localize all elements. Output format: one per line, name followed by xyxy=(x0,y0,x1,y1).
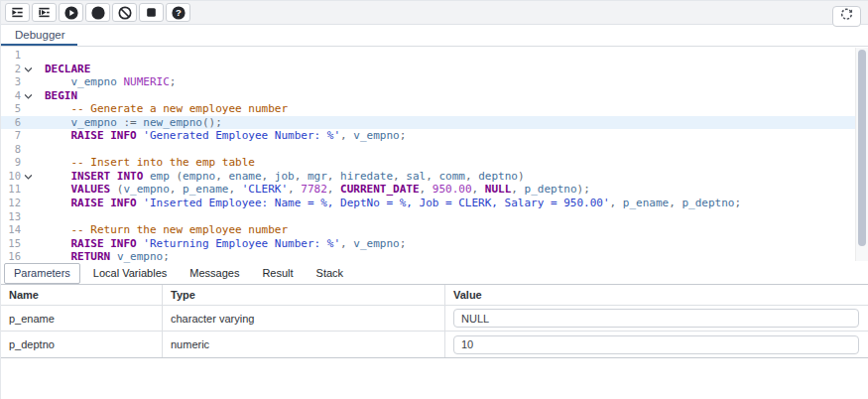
code-line-2[interactable]: 2DECLARE xyxy=(1,63,868,76)
param-value-input[interactable] xyxy=(453,309,859,328)
param-name-cell: p_deptno xyxy=(1,332,163,357)
code-line-9[interactable]: 9 -- Insert into the emp table xyxy=(1,156,868,170)
code-text: RETURN v_empno; xyxy=(36,250,170,263)
step-over-button[interactable] xyxy=(32,3,57,22)
fold-gutter-empty xyxy=(21,143,36,157)
code-editor[interactable]: 12DECLARE3 v_empno NUMERIC;4BEGIN5 -- Ge… xyxy=(1,47,868,263)
table-row: p_enamecharacter varying xyxy=(1,306,868,332)
play-circle-icon xyxy=(63,5,79,21)
line-number[interactable]: 9 xyxy=(1,156,21,170)
continue-button[interactable] xyxy=(59,3,83,22)
stop-button[interactable] xyxy=(139,3,164,22)
param-type-cell: character varying xyxy=(163,306,445,331)
code-text: DECLARE xyxy=(36,63,90,76)
column-header-type: Type xyxy=(163,285,445,305)
param-name-cell: p_ename xyxy=(1,306,163,331)
fold-gutter-empty xyxy=(21,210,36,224)
step-into-button[interactable] xyxy=(5,3,30,22)
line-number[interactable]: 13 xyxy=(1,210,21,224)
step-over-icon xyxy=(37,5,52,20)
tab-debugger[interactable]: Debugger xyxy=(1,25,77,46)
fold-gutter-empty xyxy=(21,223,36,237)
line-number[interactable]: 15 xyxy=(1,237,21,251)
debugger-toolbar: ? xyxy=(1,1,868,25)
code-text: INSERT INTO emp (empno, ename, job, mgr,… xyxy=(36,170,525,184)
fold-gutter-empty xyxy=(21,237,36,251)
chevron-down-icon[interactable] xyxy=(21,89,36,103)
editor-scrollbar[interactable] xyxy=(855,48,868,261)
parameters-table: NameTypeValue p_enamecharacter varyingp_… xyxy=(1,284,868,358)
fold-gutter-empty xyxy=(21,102,36,116)
tab-debugger-label: Debugger xyxy=(15,29,65,41)
code-line-8[interactable]: 8 xyxy=(1,143,868,157)
line-number[interactable]: 7 xyxy=(1,129,21,143)
panel-tab-parameters[interactable]: Parameters xyxy=(4,263,80,284)
line-number[interactable]: 1 xyxy=(1,49,21,63)
fold-gutter-empty xyxy=(21,129,36,143)
chevron-down-icon[interactable] xyxy=(21,170,36,184)
column-header-value: Value xyxy=(445,285,868,305)
code-line-14[interactable]: 14 -- Return the new employee number xyxy=(1,223,868,237)
line-number[interactable]: 12 xyxy=(1,197,21,210)
code-line-5[interactable]: 5 -- Generate a new employee number xyxy=(1,102,868,116)
fold-gutter-empty xyxy=(21,197,36,210)
line-number[interactable]: 14 xyxy=(1,223,21,237)
code-line-13[interactable]: 13 xyxy=(1,210,868,224)
refresh-icon xyxy=(839,7,854,26)
code-line-10[interactable]: 10 INSERT INTO emp (empno, ename, job, m… xyxy=(1,170,868,184)
table-row: p_deptnonumeric xyxy=(1,332,868,357)
line-number[interactable]: 10 xyxy=(1,170,21,184)
line-number[interactable]: 4 xyxy=(1,89,21,103)
document-tab-bar: Debugger xyxy=(1,25,868,47)
panel-tab-stack[interactable]: Stack xyxy=(307,263,354,284)
code-text xyxy=(36,210,45,224)
code-area: 12DECLARE3 v_empno NUMERIC;4BEGIN5 -- Ge… xyxy=(1,47,868,263)
help-button[interactable]: ? xyxy=(166,3,190,22)
line-number[interactable]: 6 xyxy=(1,116,21,130)
fold-gutter-empty xyxy=(21,183,36,197)
line-number[interactable]: 2 xyxy=(1,63,21,76)
code-text: v_empno NUMERIC; xyxy=(36,75,176,89)
refresh-button[interactable] xyxy=(832,6,861,27)
help-circle-icon: ? xyxy=(171,5,186,21)
line-number[interactable]: 5 xyxy=(1,102,21,116)
panel-tab-local-variables[interactable]: Local Variables xyxy=(83,263,177,284)
code-line-12[interactable]: 12 RAISE INFO 'Inserted Employee: Name =… xyxy=(1,197,868,210)
param-value-input[interactable] xyxy=(453,335,859,354)
code-text: RAISE INFO 'Returning Employee Number: %… xyxy=(36,237,406,251)
code-text: v_empno := new_empno(); xyxy=(36,116,222,130)
editor-scrollbar-thumb[interactable] xyxy=(858,50,866,246)
code-line-11[interactable]: 11 VALUES (v_empno, p_ename, 'CLERK', 77… xyxy=(1,183,868,197)
code-text: -- Generate a new employee number xyxy=(36,102,288,116)
code-line-7[interactable]: 7 RAISE INFO 'Generated Employee Number:… xyxy=(1,129,868,143)
line-number[interactable]: 3 xyxy=(1,75,21,89)
fold-gutter-empty xyxy=(21,116,36,130)
param-value-cell xyxy=(445,332,868,357)
column-header-name: Name xyxy=(1,285,163,305)
panel-tab-messages[interactable]: Messages xyxy=(180,263,249,284)
panel-tab-result[interactable]: Result xyxy=(252,263,303,284)
svg-text:?: ? xyxy=(176,7,182,18)
code-text: -- Insert into the emp table xyxy=(36,156,255,170)
param-value-cell xyxy=(445,306,868,331)
code-line-16[interactable]: 16 RETURN v_empno; xyxy=(1,250,868,263)
code-line-4[interactable]: 4BEGIN xyxy=(1,89,868,103)
code-text: BEGIN xyxy=(36,89,77,103)
fold-gutter-empty xyxy=(21,156,36,170)
line-number[interactable]: 11 xyxy=(1,183,21,197)
code-line-15[interactable]: 15 RAISE INFO 'Returning Employee Number… xyxy=(1,237,868,251)
debugger-window: ? Debugger 12DECLARE3 v_empno NUMERIC;4B… xyxy=(0,0,868,399)
code-line-6[interactable]: 6 v_empno := new_empno(); xyxy=(1,116,868,130)
toggle-breakpoint-button[interactable] xyxy=(85,3,110,22)
line-number[interactable]: 16 xyxy=(1,250,21,263)
clear-breakpoints-button[interactable] xyxy=(112,3,137,22)
fold-gutter-empty xyxy=(21,75,36,89)
code-text: RAISE INFO 'Inserted Employee: Name = %,… xyxy=(36,197,741,210)
chevron-down-icon[interactable] xyxy=(21,63,36,76)
code-line-1[interactable]: 1 xyxy=(1,49,868,63)
line-number[interactable]: 8 xyxy=(1,143,21,157)
code-line-3[interactable]: 3 v_empno NUMERIC; xyxy=(1,75,868,89)
debugger-panel-tabs: ParametersLocal VariablesMessagesResultS… xyxy=(1,263,868,284)
param-type-cell: numeric xyxy=(163,332,445,357)
code-text xyxy=(36,49,45,63)
